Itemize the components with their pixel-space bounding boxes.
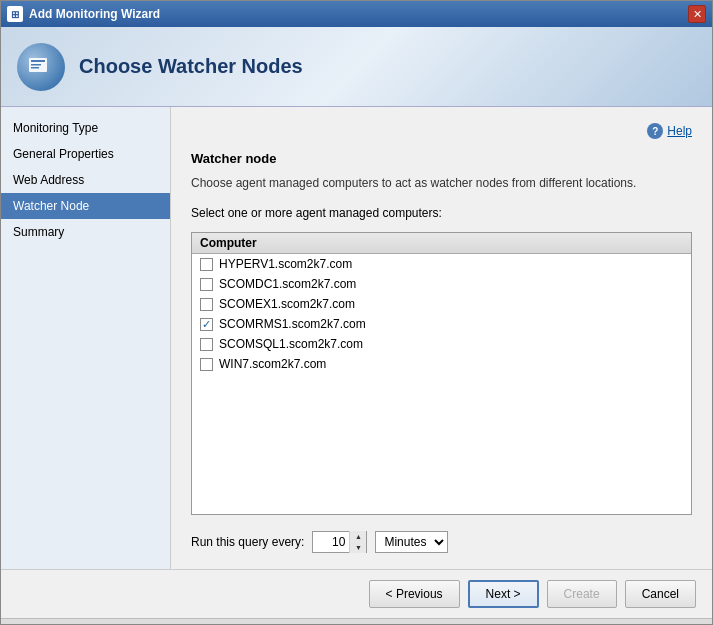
svg-rect-3: [31, 67, 39, 69]
spinbox: 10 ▲ ▼: [312, 531, 367, 553]
section-title: Watcher node: [191, 151, 692, 166]
sidebar-item-web-address[interactable]: Web Address: [1, 167, 170, 193]
app-icon: ⊞: [7, 6, 23, 22]
help-icon: ?: [647, 123, 663, 139]
sidebar-item-monitoring-type[interactable]: Monitoring Type: [1, 115, 170, 141]
computer-checkbox[interactable]: [200, 298, 213, 311]
query-label: Run this query every:: [191, 535, 304, 549]
window-title: Add Monitoring Wizard: [29, 7, 160, 21]
computer-checkbox[interactable]: [200, 338, 213, 351]
close-button[interactable]: ✕: [688, 5, 706, 23]
title-bar-left: ⊞ Add Monitoring Wizard: [7, 6, 160, 22]
query-value-input[interactable]: 10: [313, 535, 349, 549]
header-icon: [17, 43, 65, 91]
create-button[interactable]: Create: [547, 580, 617, 608]
title-bar: ⊞ Add Monitoring Wizard ✕: [1, 1, 712, 27]
list-item[interactable]: SCOMDC1.scom2k7.com: [192, 274, 691, 294]
sidebar-item-watcher-node[interactable]: Watcher Node: [1, 193, 170, 219]
select-label: Select one or more agent managed compute…: [191, 206, 692, 220]
sidebar-item-general-properties[interactable]: General Properties: [1, 141, 170, 167]
footer: < Previous Next > Create Cancel: [1, 569, 712, 618]
list-item[interactable]: WIN7.scom2k7.com: [192, 354, 691, 374]
computer-checkbox[interactable]: [200, 278, 213, 291]
computer-name: HYPERV1.scom2k7.com: [219, 257, 352, 271]
computer-checkbox[interactable]: [200, 358, 213, 371]
main-window: ⊞ Add Monitoring Wizard ✕ Choose Watcher…: [0, 0, 713, 625]
query-unit-select[interactable]: MinutesHoursDays: [375, 531, 448, 553]
previous-button[interactable]: < Previous: [369, 580, 460, 608]
computer-checkbox[interactable]: [200, 318, 213, 331]
sidebar-item-summary[interactable]: Summary: [1, 219, 170, 245]
help-row: ? Help: [191, 123, 692, 139]
help-link[interactable]: Help: [667, 124, 692, 138]
computer-checkbox[interactable]: [200, 258, 213, 271]
header-title: Choose Watcher Nodes: [79, 55, 303, 78]
cancel-button[interactable]: Cancel: [625, 580, 696, 608]
computer-name: SCOMDC1.scom2k7.com: [219, 277, 356, 291]
sidebar: Monitoring TypeGeneral PropertiesWeb Add…: [1, 107, 171, 569]
spinbox-up-button[interactable]: ▲: [350, 531, 366, 542]
main-content: Monitoring TypeGeneral PropertiesWeb Add…: [1, 107, 712, 569]
computer-name: WIN7.scom2k7.com: [219, 357, 326, 371]
spinbox-buttons: ▲ ▼: [349, 531, 366, 553]
next-button[interactable]: Next >: [468, 580, 539, 608]
computer-name: SCOMEX1.scom2k7.com: [219, 297, 355, 311]
query-row: Run this query every: 10 ▲ ▼ MinutesHour…: [191, 531, 692, 553]
list-item[interactable]: SCOMRMS1.scom2k7.com: [192, 314, 691, 334]
svg-rect-1: [31, 60, 45, 62]
header-banner: Choose Watcher Nodes: [1, 27, 712, 107]
status-bar: [1, 618, 712, 624]
svg-rect-2: [31, 64, 41, 66]
section-desc: Choose agent managed computers to act as…: [191, 176, 692, 190]
spinbox-down-button[interactable]: ▼: [350, 542, 366, 553]
computer-list: Computer HYPERV1.scom2k7.comSCOMDC1.scom…: [191, 232, 692, 515]
content-panel: ? Help Watcher node Choose agent managed…: [171, 107, 712, 569]
list-header: Computer: [192, 233, 691, 254]
computer-name: SCOMSQL1.scom2k7.com: [219, 337, 363, 351]
list-item[interactable]: SCOMSQL1.scom2k7.com: [192, 334, 691, 354]
list-item[interactable]: HYPERV1.scom2k7.com: [192, 254, 691, 274]
computer-name: SCOMRMS1.scom2k7.com: [219, 317, 366, 331]
list-item[interactable]: SCOMEX1.scom2k7.com: [192, 294, 691, 314]
